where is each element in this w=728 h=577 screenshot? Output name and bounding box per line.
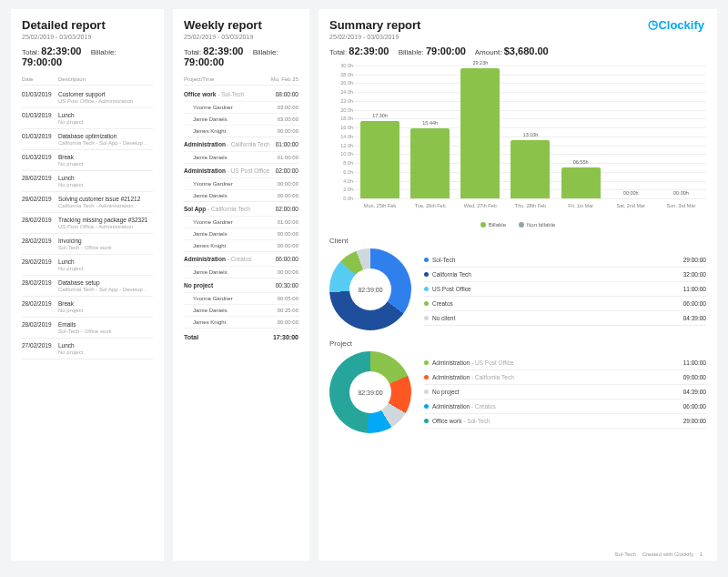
- weekly-line: Yvonne Gardner03:00:00: [184, 101, 298, 113]
- detailed-totals: Total: 82:39:00 Billable: 79:00:00: [22, 46, 153, 67]
- weekly-line: Jamie Daniels03:00:00: [184, 113, 298, 125]
- summary-date-range: 25/02/2019 - 03/03/2019: [329, 34, 706, 40]
- client-section-title: Client: [329, 237, 706, 245]
- list-item: California Tech32:00:00: [424, 268, 706, 282]
- weekly-totals: Total: 82:39:00 Billable: 79:00:00: [184, 46, 298, 67]
- chart-bar: 29:23h: [460, 68, 500, 198]
- detailed-row: 01/03/2019Database optimizationCaliforni…: [22, 129, 153, 150]
- client-list: Sol-Tech29:00:00California Tech32:00:00U…: [424, 253, 706, 326]
- weekly-title: Weekly report: [184, 18, 298, 32]
- detailed-row: 28/02/2019Tracking missing package #3232…: [22, 213, 153, 234]
- list-item: No project04:39:00: [424, 385, 706, 400]
- list-item: Administration - US Post Office11:00:00: [424, 356, 706, 370]
- detailed-header: Date Description: [22, 76, 153, 86]
- detailed-row: 27/02/2019LunchNo project: [22, 339, 153, 359]
- detailed-row: 28/02/2019EmailsSol-Tech - Office work: [22, 318, 153, 339]
- list-item: Administration - Creatos06:00:00: [424, 400, 706, 414]
- chart-bar: 13:10h: [511, 140, 550, 198]
- weekly-line: Jamie Daniels00:00:00: [184, 189, 298, 201]
- list-item: Administration - California Tech09:00:00: [424, 370, 706, 385]
- project-donut-chart: 82:39:00: [329, 351, 411, 433]
- detailed-row: 28/02/2019Database setupCalifornia Tech …: [22, 276, 153, 297]
- summary-totals: Total: 82:39:00 Billable: 79:00:00 Amoun…: [329, 46, 706, 56]
- project-list: Administration - US Post Office11:00:00A…: [424, 356, 706, 429]
- chart-bar: 17:30h: [360, 121, 399, 198]
- chart-legend: Billable Non billable: [329, 222, 706, 228]
- weekly-group: Sol App - California Tech02:00:00Yvonne …: [184, 202, 298, 252]
- detailed-report-panel: Detailed report 25/02/2019 - 03/03/2019 …: [11, 9, 164, 561]
- detailed-title: Detailed report: [22, 18, 153, 32]
- detailed-row: 01/03/2019Customer supportUS Post Office…: [22, 87, 153, 108]
- project-section-title: Project: [329, 339, 706, 348]
- list-item: Creatos06:00:00: [424, 297, 706, 311]
- list-item: US Post Office11:00:00: [424, 282, 706, 297]
- list-item: No client04:39:00: [424, 311, 706, 326]
- weekly-line: James Knight00:00:00: [184, 239, 298, 251]
- weekly-header: Project/Time Mo, Feb 25: [184, 76, 298, 86]
- weekly-group: Administration - California Tech01:00:00…: [184, 137, 298, 164]
- weekly-line: Yvonne Gardner01:00:00: [184, 216, 298, 228]
- weekly-line: Jamie Daniels00:00:00: [184, 266, 298, 278]
- weekly-group: Office work - Sol-Tech08:00:00Yvonne Gar…: [184, 87, 298, 137]
- weekly-line: Jamie Daniels00:00:00: [184, 228, 298, 239]
- detailed-row: 01/03/2019LunchNo project: [22, 108, 153, 129]
- weekly-group: No project00:30:00Yvonne Gardner00:05:00…: [184, 278, 298, 329]
- weekly-date-range: 25/02/2019 - 03/03/2019: [184, 34, 298, 40]
- weekly-group: Administration - US Post Office02:00:00Y…: [184, 164, 298, 202]
- detailed-row: 28/02/2019BreakNo project: [22, 297, 153, 318]
- hours-bar-chart: 0.0h2.0h4.0h6.0h8.0h10.0h12.0h14.0h16.0h…: [329, 66, 706, 220]
- weekly-line: James Knight00:00:00: [184, 316, 298, 328]
- weekly-line: James Knight00:00:00: [184, 125, 298, 137]
- detailed-row: 28/02/2019Solving customer issue #21212C…: [22, 192, 153, 213]
- weekly-line: Yvonne Gardner00:05:00: [184, 292, 298, 304]
- list-item: Sol-Tech29:00:00: [424, 253, 706, 268]
- weekly-line: Jamie Daniels01:00:00: [184, 151, 298, 163]
- client-donut-chart: 82:39:00: [329, 248, 411, 330]
- detailed-row: 28/02/2019LunchNo project: [22, 171, 153, 192]
- chart-bar: 15:44h: [410, 128, 450, 198]
- list-item: Office work - Sol-Tech29:00:00: [424, 414, 706, 429]
- chart-bar: 06:55h: [561, 167, 601, 198]
- weekly-group: Administration - Creatos06:00:00Jamie Da…: [184, 252, 298, 278]
- weekly-line: Yvonne Gardner00:00:00: [184, 177, 298, 189]
- detailed-row: 28/02/2019LunchNo project: [22, 255, 153, 276]
- summary-report-panel: ◷Clockify Summary report 25/02/2019 - 03…: [318, 9, 717, 561]
- weekly-total-row: Total 17:30:00: [184, 329, 298, 346]
- weekly-line: Jamie Daniels00:25:00: [184, 304, 298, 316]
- detailed-row: 01/03/2019BreakNo project: [22, 150, 153, 171]
- detailed-date-range: 25/02/2019 - 03/03/2019: [22, 34, 153, 40]
- page-footer: Sol-Tech Created with Clockify 1: [615, 552, 703, 557]
- weekly-report-panel: Weekly report 25/02/2019 - 03/03/2019 To…: [173, 9, 309, 561]
- detailed-row: 28/02/2019InvoicingSol-Tech - Office wor…: [22, 234, 153, 255]
- clockify-logo: ◷Clockify: [648, 18, 704, 32]
